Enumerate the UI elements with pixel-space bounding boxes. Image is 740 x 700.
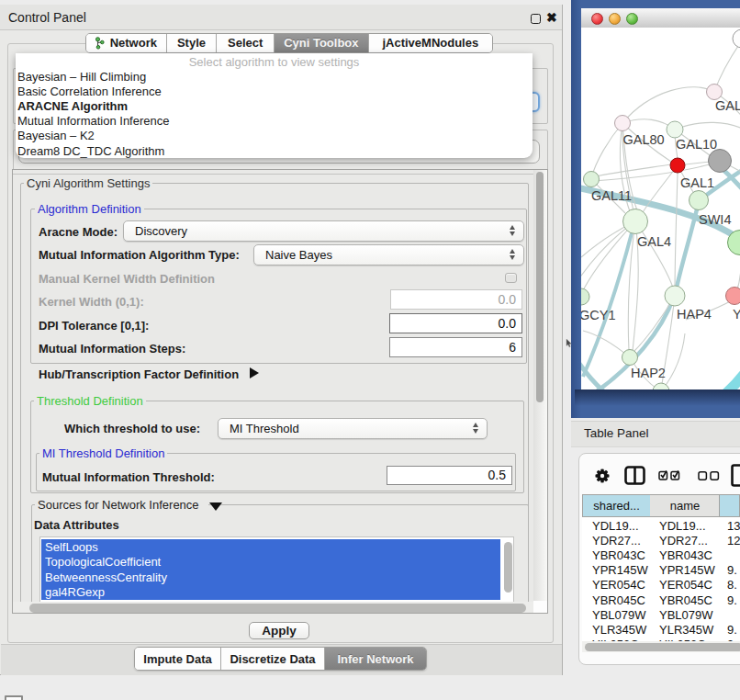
svg-text:GCY1: GCY1 [581,308,616,322]
svg-text:GAL1: GAL1 [680,175,714,190]
svg-text:HAP2: HAP2 [631,366,666,380]
svg-text:Y: Y [733,307,740,322]
svg-text:GAL80: GAL80 [623,132,665,147]
svg-text:SWI4: SWI4 [699,212,731,227]
svg-text:GAL10: GAL10 [676,137,717,152]
svg-text:GAL11: GAL11 [591,188,632,203]
svg-text:GAL: GAL [715,98,740,113]
svg-text:HAP4: HAP4 [677,307,712,322]
svg-text:GAL4: GAL4 [637,234,671,249]
